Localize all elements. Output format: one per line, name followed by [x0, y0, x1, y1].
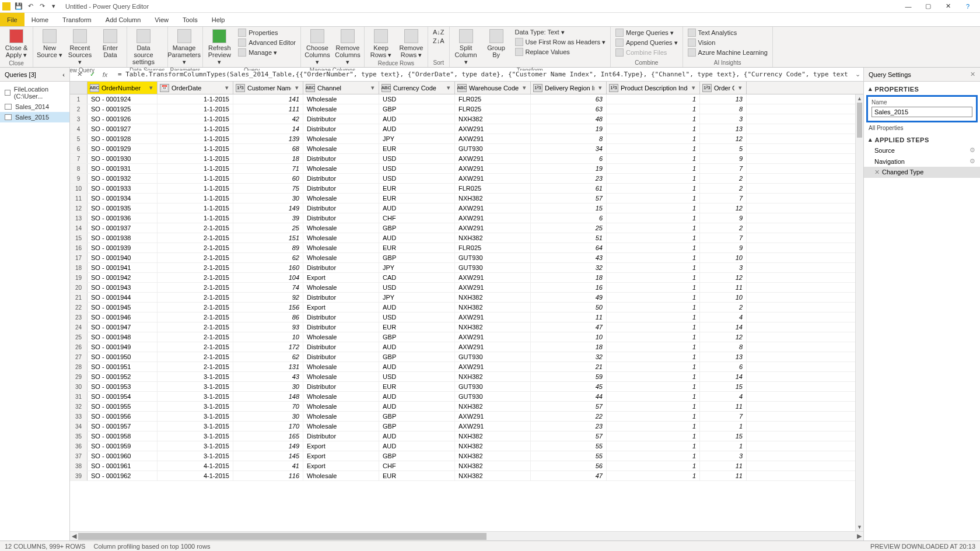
cell[interactable]: 1	[607, 412, 700, 421]
row-number[interactable]: 29	[70, 372, 88, 381]
step-navigation[interactable]: Navigation⚙	[864, 156, 980, 167]
cell[interactable]: 3-1-2015	[158, 441, 233, 451]
row-number[interactable]: 30	[70, 382, 88, 391]
cell[interactable]: Wholesale	[303, 422, 379, 431]
cell[interactable]: 1-1-2015	[158, 134, 233, 143]
append-queries-button[interactable]: Append Queries ▾	[613, 38, 680, 47]
azure-ml-button[interactable]: Azure Machine Learning	[685, 48, 770, 57]
table-row[interactable]: 25SO - 00019482-1-201510WholesaleGBPAXW2…	[70, 332, 863, 342]
cell[interactable]: 70	[233, 402, 303, 411]
cell[interactable]: AXW291	[455, 164, 531, 173]
cell[interactable]: SO - 0001926	[88, 114, 158, 124]
cell[interactable]: FLR025	[455, 243, 531, 252]
cell[interactable]: SO - 0001936	[88, 213, 158, 223]
cell[interactable]: 116	[233, 471, 303, 480]
cell[interactable]: USD	[379, 372, 455, 381]
table-row[interactable]: 30SO - 00019533-1-201530DistributorEURGU…	[70, 382, 863, 392]
cell[interactable]: 15	[531, 203, 607, 213]
group-by-button[interactable]: Group By	[482, 28, 510, 59]
cell[interactable]: 14	[700, 322, 747, 332]
cell[interactable]: 1	[607, 283, 700, 292]
table-row[interactable]: 7SO - 00019301-1-201518DistributorUSDAXW…	[70, 154, 863, 164]
row-number[interactable]: 36	[70, 441, 88, 451]
scroll-down-icon[interactable]: ▼	[856, 523, 863, 531]
cell[interactable]: Export	[303, 451, 379, 461]
cell[interactable]: Wholesale	[303, 94, 379, 104]
table-row[interactable]: 29SO - 00019523-1-201543WholesaleUSDNXH3…	[70, 372, 863, 382]
cell[interactable]: 7	[700, 233, 747, 243]
cell[interactable]: Distributor	[303, 352, 379, 362]
cell[interactable]: 23	[531, 422, 607, 431]
cell[interactable]: AUD	[379, 441, 455, 451]
cell[interactable]: Wholesale	[303, 402, 379, 411]
cell[interactable]: 10	[233, 332, 303, 342]
row-number[interactable]: 25	[70, 332, 88, 342]
gear-icon[interactable]: ⚙	[970, 146, 975, 154]
cell[interactable]: 1	[607, 332, 700, 342]
row-number[interactable]: 13	[70, 213, 88, 223]
cell[interactable]: 1	[607, 441, 700, 451]
table-row[interactable]: 21SO - 00019442-1-201592DistributorJPYNX…	[70, 293, 863, 303]
cell[interactable]: GBP	[379, 412, 455, 421]
properties-button[interactable]: Properties	[236, 28, 298, 37]
cell[interactable]: 4-1-2015	[158, 471, 233, 480]
data-source-settings-button[interactable]: Data source settings	[130, 28, 158, 66]
manage-parameters-button[interactable]: Manage Parameters ▾	[170, 28, 198, 66]
table-row[interactable]: 27SO - 00019502-1-201562DistributorGBPGU…	[70, 352, 863, 362]
cell[interactable]: NXH382	[455, 233, 531, 243]
cell[interactable]: Distributor	[303, 263, 379, 272]
cell[interactable]: GUT930	[455, 253, 531, 262]
cell[interactable]: SO - 0001942	[88, 273, 158, 282]
table-row[interactable]: 32SO - 00019553-1-201570WholesaleAUDNXH3…	[70, 402, 863, 412]
cell[interactable]: 2-1-2015	[158, 243, 233, 252]
table-row[interactable]: 15SO - 00019382-1-2015151WholesaleAUDNXH…	[70, 233, 863, 243]
cell[interactable]: 61	[531, 184, 607, 193]
cell[interactable]: AXW291	[455, 342, 531, 352]
cell[interactable]: 2-1-2015	[158, 303, 233, 312]
cell[interactable]: NXH382	[455, 431, 531, 441]
column-filter-icon[interactable]: ▾	[445, 84, 452, 92]
cell[interactable]: 3-1-2015	[158, 372, 233, 381]
cell[interactable]: 1	[607, 342, 700, 352]
combine-files-button[interactable]: Combine Files	[613, 48, 680, 57]
tab-home[interactable]: Home	[24, 13, 55, 26]
cell[interactable]: 4	[700, 392, 747, 401]
table-row[interactable]: 20SO - 00019432-1-201574WholesaleUSDAXW2…	[70, 283, 863, 293]
step-source[interactable]: Source⚙	[864, 145, 980, 156]
cell[interactable]: 56	[531, 461, 607, 471]
cell[interactable]: SO - 0001962	[88, 471, 158, 480]
cell[interactable]: 2-1-2015	[158, 362, 233, 371]
table-row[interactable]: 22SO - 00019452-1-2015156ExportAUDNXH382…	[70, 303, 863, 313]
cell[interactable]: 1	[607, 164, 700, 173]
sort-desc-button[interactable]: Z↓A	[430, 37, 447, 45]
cell[interactable]: AXW291	[455, 422, 531, 431]
row-number[interactable]: 22	[70, 303, 88, 312]
cell[interactable]: NXH382	[455, 471, 531, 480]
cell[interactable]: 1	[607, 213, 700, 223]
column-filter-icon[interactable]: ▾	[597, 84, 604, 92]
cell[interactable]: 15	[700, 431, 747, 441]
query-item-sales-2015[interactable]: Sales_2015	[0, 112, 69, 122]
cell[interactable]: 11	[700, 402, 747, 411]
cell[interactable]: 1	[607, 144, 700, 153]
cell[interactable]: SO - 0001943	[88, 283, 158, 292]
formula-accept-icon[interactable]: ✓	[88, 70, 97, 79]
cell[interactable]: 1	[607, 431, 700, 441]
cell[interactable]: USD	[379, 154, 455, 163]
row-number[interactable]: 23	[70, 313, 88, 322]
table-row[interactable]: 35SO - 00019583-1-2015165DistributorAUDN…	[70, 431, 863, 441]
cell[interactable]: 32	[531, 263, 607, 272]
gear-icon[interactable]: ⚙	[970, 157, 975, 165]
cell[interactable]: SO - 0001927	[88, 124, 158, 134]
cell[interactable]: 160	[233, 263, 303, 272]
cell[interactable]: Distributor	[303, 431, 379, 441]
cell[interactable]: 89	[233, 243, 303, 252]
qat-save-icon[interactable]: 💾	[13, 1, 24, 12]
cell[interactable]: 2-1-2015	[158, 352, 233, 362]
cell[interactable]: 1-1-2015	[158, 104, 233, 114]
cell[interactable]: Distributor	[303, 213, 379, 223]
cell[interactable]: SO - 0001937	[88, 223, 158, 233]
cell[interactable]: GBP	[379, 223, 455, 233]
cell[interactable]: GBP	[379, 104, 455, 114]
cell[interactable]: SO - 0001949	[88, 342, 158, 352]
